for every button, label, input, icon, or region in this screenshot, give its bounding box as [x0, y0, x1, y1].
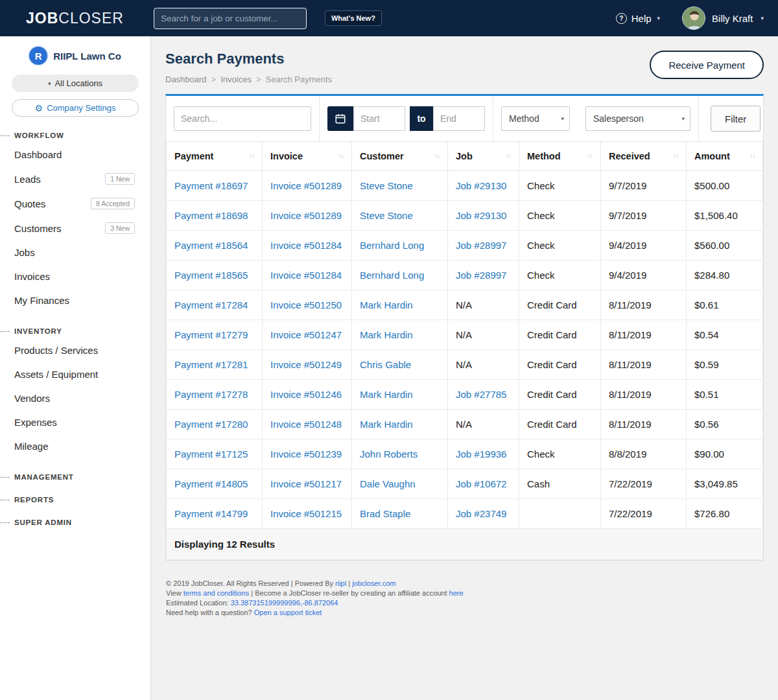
customer-link[interactable]: Mark Hardin	[360, 419, 413, 430]
payment-link[interactable]: Payment #17284	[174, 299, 248, 310]
invoice-link[interactable]: Invoice #501289	[270, 180, 342, 191]
invoice-link[interactable]: Invoice #501239	[270, 449, 342, 460]
riipl-link[interactable]: riipl	[335, 579, 346, 587]
support-ticket-link[interactable]: Open a support ticket	[254, 609, 322, 616]
sidebar-item-mileage[interactable]: Mileage	[0, 434, 150, 458]
sort-icon[interactable]: ↑↓	[434, 152, 440, 159]
sidebar-section-reports[interactable]: REPORTS	[0, 496, 150, 504]
payment-link[interactable]: Payment #14799	[174, 508, 248, 519]
salesperson-select[interactable]: Salesperson ▾	[585, 106, 690, 131]
end-date-input[interactable]	[433, 106, 485, 131]
customer-link[interactable]: Chris Gable	[360, 359, 411, 370]
column-header-received[interactable]: Received↑↓	[601, 142, 687, 171]
invoice-link[interactable]: Invoice #501217	[270, 478, 342, 489]
invoice-link[interactable]: Invoice #501247	[270, 329, 342, 340]
table-row: Payment #14799Invoice #501215Brad Staple…	[167, 499, 763, 529]
sidebar-section-workflow[interactable]: WORKFLOW	[0, 132, 150, 139]
customer-link[interactable]: Mark Hardin	[360, 329, 413, 340]
sidebar-item-quotes[interactable]: Quotes8 Accepted	[0, 191, 150, 216]
job-link[interactable]: Job #10672	[456, 478, 506, 489]
customer-link[interactable]: Steve Stone	[360, 180, 413, 191]
sidebar-item-vendors[interactable]: Vendors	[0, 386, 150, 410]
payment-link[interactable]: Payment #18698	[174, 210, 248, 221]
payment-link[interactable]: Payment #17279	[174, 329, 248, 340]
payment-link[interactable]: Payment #18697	[174, 180, 248, 191]
help-menu[interactable]: ? Help ▾	[616, 13, 660, 24]
invoice-link[interactable]: Invoice #501249	[270, 359, 342, 370]
customer-link[interactable]: Bernhard Long	[360, 240, 424, 251]
sort-icon[interactable]: ↑↓	[338, 152, 344, 159]
column-header-amount[interactable]: Amount↑↓	[687, 142, 763, 171]
invoice-link[interactable]: Invoice #501246	[270, 389, 342, 400]
payment-link[interactable]: Payment #14805	[174, 478, 248, 489]
payment-link[interactable]: Payment #17278	[174, 389, 248, 400]
invoice-link[interactable]: Invoice #501289	[270, 210, 342, 221]
breadcrumb-item-invoices[interactable]: Invoices	[220, 75, 252, 84]
job-link[interactable]: Job #28997	[456, 240, 506, 251]
payment-link[interactable]: Payment #18564	[174, 240, 248, 251]
location-link[interactable]: 33.387315199999996,-86.872064	[231, 599, 338, 607]
payment-link[interactable]: Payment #17125	[174, 449, 248, 460]
column-header-payment[interactable]: Payment↑↓	[167, 142, 263, 171]
sidebar-section-super-admin[interactable]: SUPER ADMIN	[0, 519, 150, 526]
payment-link[interactable]: Payment #17280	[174, 419, 248, 430]
invoice-link[interactable]: Invoice #501250	[270, 299, 342, 310]
column-header-customer[interactable]: Customer↑↓	[352, 142, 448, 171]
method-select[interactable]: Method ▾	[501, 106, 570, 131]
sort-icon[interactable]: ↑↓	[506, 152, 511, 159]
breadcrumb-item-dashboard[interactable]: Dashboard	[165, 75, 207, 84]
customer-link[interactable]: John Roberts	[360, 449, 418, 460]
sidebar-item-invoices[interactable]: Invoices	[0, 264, 150, 288]
sort-icon[interactable]: ↑↓	[587, 152, 593, 159]
customer-link[interactable]: Mark Hardin	[360, 389, 413, 400]
column-header-invoice[interactable]: Invoice↑↓	[263, 142, 352, 171]
sidebar-section-management[interactable]: MANAGEMENT	[0, 473, 150, 481]
whats-new-button[interactable]: What's New?	[325, 10, 382, 26]
receive-payment-button[interactable]: Receive Payment	[650, 51, 764, 79]
user-menu[interactable]: Billy Kraft ▾	[682, 6, 764, 30]
filter-button[interactable]: Filter	[711, 106, 760, 132]
sidebar-item-customers[interactable]: Customers3 New	[0, 216, 150, 240]
here-link[interactable]: here	[449, 589, 464, 597]
column-header-job[interactable]: Job↑↓	[448, 142, 519, 171]
terms-link[interactable]: terms and conditions	[183, 589, 250, 597]
global-search-input[interactable]	[154, 8, 307, 29]
invoice-link[interactable]: Invoice #501215	[270, 508, 342, 519]
sort-icon[interactable]: ↑↓	[249, 152, 254, 159]
job-link[interactable]: Job #28997	[456, 270, 506, 281]
sidebar-item-assets-equipment[interactable]: Assets / Equipment	[0, 362, 150, 386]
all-locations-dropdown[interactable]: ▾ All Locations	[12, 75, 139, 92]
payment-link[interactable]: Payment #17281	[174, 359, 248, 370]
customer-link[interactable]: Bernhard Long	[360, 270, 424, 281]
customer-link[interactable]: Steve Stone	[360, 210, 413, 221]
sidebar-item-leads[interactable]: Leads1 New	[0, 167, 150, 191]
sidebar-item-jobs[interactable]: Jobs	[0, 240, 150, 264]
invoice-link[interactable]: Invoice #501284	[270, 270, 342, 281]
invoice-link[interactable]: Invoice #501284	[270, 240, 342, 251]
job-link[interactable]: Job #29130	[456, 210, 506, 221]
jobcloser-link[interactable]: jobcloser.com	[352, 579, 395, 587]
table-search-input[interactable]	[174, 106, 311, 131]
payment-link[interactable]: Payment #18565	[174, 270, 248, 281]
customer-link[interactable]: Brad Staple	[360, 508, 410, 519]
sidebar-item-products-services[interactable]: Products / Services	[0, 338, 150, 362]
start-date-input[interactable]	[353, 106, 405, 131]
company-settings-button[interactable]: ⚙ Company Settings	[12, 99, 139, 117]
calendar-button[interactable]	[327, 106, 353, 131]
sidebar-item-dashboard[interactable]: Dashboard	[0, 143, 150, 167]
sidebar-item-expenses[interactable]: Expenses	[0, 410, 150, 434]
sort-icon[interactable]: ↑↓	[673, 152, 678, 159]
sidebar-item-my-finances[interactable]: My Finances	[0, 288, 150, 312]
sidebar-section-inventory[interactable]: INVENTORY	[0, 327, 150, 335]
company-header[interactable]: R RIIPL Lawn Co	[0, 47, 150, 65]
customer-link[interactable]: Dale Vaughn	[360, 478, 416, 489]
app-logo[interactable]: JOBCLOSER	[26, 10, 124, 27]
invoice-link[interactable]: Invoice #501248	[270, 419, 342, 430]
sort-icon[interactable]: ↑↓	[749, 152, 755, 159]
job-link[interactable]: Job #27785	[456, 389, 506, 400]
job-link[interactable]: Job #23749	[456, 508, 506, 519]
customer-link[interactable]: Mark Hardin	[360, 299, 413, 310]
job-link[interactable]: Job #29130	[456, 180, 506, 191]
column-header-method[interactable]: Method↑↓	[519, 142, 601, 171]
job-link[interactable]: Job #19936	[456, 449, 506, 460]
